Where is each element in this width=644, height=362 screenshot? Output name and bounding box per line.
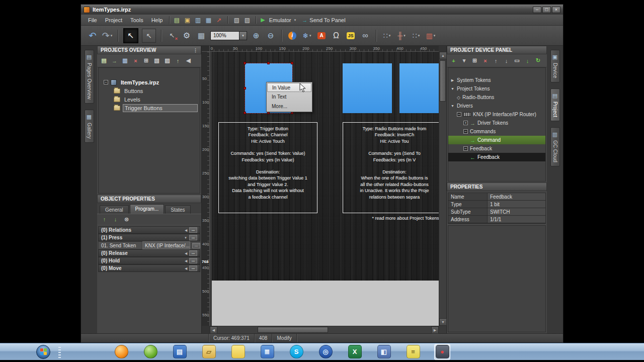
move-down-icon[interactable]: ↓ [111, 215, 120, 224]
vertical-scrollbar[interactable]: ▲ ▼ [439, 52, 446, 326]
more-button[interactable]: ... [189, 265, 197, 271]
sticky-note-icon[interactable] [231, 345, 245, 358]
download-icon[interactable]: ↓ [523, 56, 532, 65]
design-canvas[interactable]: Type: Trigger ButtonFeedback: ChannelHit… [210, 52, 439, 326]
horizontal-scroll-thumb[interactable] [258, 327, 328, 333]
menu-file[interactable]: File [84, 16, 101, 24]
notes-icon[interactable]: ≡ [407, 345, 420, 358]
notes-icon-slot[interactable]: ≡ [405, 344, 421, 360]
tree-item-trigger-buttons[interactable]: Trigger Buttons [99, 104, 200, 112]
tree-item-levels[interactable]: Levels [99, 95, 200, 104]
undo-icon[interactable]: ↶ [87, 30, 98, 42]
device-tree-item-project-tokens[interactable]: ▼Project Tokens [448, 84, 545, 93]
settings-app-icon[interactable]: ◧ [377, 345, 391, 358]
import-item-icon[interactable]: → [110, 56, 119, 65]
menu-project[interactable]: Project [101, 16, 126, 24]
copy-item-icon[interactable]: ⊞ [142, 56, 150, 65]
browser-icon[interactable] [115, 345, 128, 358]
device-tree-item-radio-buttons[interactable]: ◇Radio-Buttons [448, 93, 545, 102]
selection-handle[interactable] [244, 87, 246, 89]
tree-expander-icon[interactable]: − [463, 146, 468, 151]
tab-gc-cloud[interactable]: ▥GC Cloud [550, 127, 560, 166]
device-tree-item-feedback[interactable]: −Feedback [448, 144, 545, 153]
emulator-play-icon[interactable]: ▶ [261, 17, 265, 23]
tree-expander-icon[interactable]: ▼ [450, 104, 455, 108]
folder-icon-slot[interactable]: ▱ [201, 344, 217, 360]
alarm-icon[interactable]: A [316, 30, 327, 42]
export-doc-icon[interactable]: ▨ [243, 16, 252, 25]
scroll-up-icon[interactable]: ▲ [439, 52, 447, 59]
device-icon[interactable]: ▭ [513, 56, 521, 65]
screen-recorder-icon-slot[interactable]: ● [434, 344, 450, 360]
grid-icon[interactable]: ▦ [196, 30, 207, 42]
tab-pages-overview[interactable]: ▤Pages Overview [85, 50, 94, 104]
sticky-note-icon-slot[interactable] [230, 344, 246, 360]
move-up-icon[interactable]: ↑ [100, 215, 109, 224]
context-menu-item-in-text[interactable]: In Text [267, 92, 311, 102]
save-project-icon[interactable]: ▥ [121, 56, 129, 65]
scroll-down-icon[interactable]: ▼ [439, 318, 447, 326]
display-options-icon[interactable]: ▥▾ [425, 30, 436, 42]
more-button[interactable]: ... [192, 243, 200, 248]
save-tool-icon[interactable]: ▤ [173, 345, 187, 358]
paste-item-icon[interactable]: ▧ [152, 56, 161, 65]
excel-icon[interactable]: X [348, 345, 362, 358]
horizontal-scrollbar[interactable]: ◀ ▶ [210, 326, 439, 333]
tree-expander-icon[interactable]: + [463, 121, 468, 125]
grid-options-icon[interactable]: ∷▾ [381, 30, 392, 42]
delete-object-icon[interactable]: ↖× [167, 30, 178, 42]
messenger-icon[interactable]: ≣ [261, 345, 274, 358]
media-icon-slot[interactable] [142, 344, 158, 360]
device-tree-item-command[interactable]: →Command [448, 136, 545, 144]
scroll-right-icon[interactable]: ▶ [431, 326, 439, 334]
project-info-icon[interactable]: i [287, 30, 298, 42]
selection-handle[interactable] [244, 62, 246, 64]
excel-icon-slot[interactable]: X [347, 344, 363, 360]
move-down-icon[interactable]: ↓ [502, 56, 511, 65]
save-icon[interactable]: ▥ [193, 16, 202, 25]
context-menu-item-more-[interactable]: More... [267, 102, 311, 111]
maximize-button[interactable]: □ [542, 7, 551, 13]
tab-program[interactable]: Program... [130, 204, 165, 214]
device-tree-item-commands[interactable]: −Commands [448, 127, 545, 136]
device-tree-item-knx-ip-interface-ip-router-[interactable]: −KNX (IP Interface/IP Router) [448, 110, 545, 119]
add-icon[interactable]: + [449, 56, 458, 65]
open-project-icon[interactable]: ▣ [183, 16, 192, 25]
panel-menu-icon[interactable]: ⋮ [193, 48, 198, 53]
tab-device[interactable]: ▣Device [550, 50, 560, 82]
emulator-button[interactable]: Emulator ▾ [266, 16, 299, 24]
event-group[interactable]: (0) Hold◀... [98, 257, 200, 264]
tree-item-root[interactable]: −ItemTypes.irpz [99, 78, 200, 86]
menu-help[interactable]: Help [147, 16, 167, 24]
event-group[interactable]: (1) Press▼... [98, 234, 200, 241]
minimize-button[interactable]: – [533, 7, 541, 13]
tab-gallery[interactable]: ▦Gallery [85, 110, 94, 143]
event-action-row[interactable]: 01. Send TokenKNX (IP Interface/...... [98, 241, 200, 249]
tab-states[interactable]: States [165, 205, 190, 214]
selection-handle[interactable] [267, 62, 270, 64]
save-all-icon[interactable]: ▦ [204, 16, 213, 25]
collapse-icon[interactable]: − [104, 80, 108, 84]
tree-item-buttons[interactable]: Buttons [99, 86, 200, 95]
scroll-left-icon[interactable]: ◀ [210, 326, 217, 334]
script-js-icon[interactable]: JS [345, 30, 356, 42]
copy-icon[interactable]: ⊞ [470, 56, 479, 65]
vertical-scroll-track[interactable] [439, 59, 446, 318]
close-button[interactable]: × [552, 7, 560, 13]
snap-icon[interactable]: ❄▾ [301, 30, 312, 42]
add-dropdown-icon[interactable]: ▾ [460, 56, 468, 65]
zoom-level[interactable]: 100% [210, 31, 239, 40]
refresh-icon[interactable]: ↻ [534, 56, 542, 65]
multiselect-tool[interactable]: ↖ [142, 29, 156, 43]
link-icon[interactable]: ∞ [360, 30, 371, 42]
more-button[interactable]: ... [189, 235, 197, 240]
tab-general[interactable]: General [100, 205, 129, 214]
clone-item-icon[interactable]: ▨ [163, 56, 172, 65]
device-tree-item-drivers[interactable]: ▼Drivers [448, 102, 545, 110]
selection-handle[interactable] [291, 62, 293, 64]
distribute-options-icon[interactable]: ∷▾ [411, 30, 422, 42]
tree-expander-icon[interactable]: − [457, 112, 461, 117]
device-tree-item-system-tokens[interactable]: ▶System Tokens [448, 76, 545, 84]
property-value[interactable]: 1/1/1 [488, 216, 545, 223]
redo-icon[interactable]: ↷▾ [102, 30, 113, 42]
